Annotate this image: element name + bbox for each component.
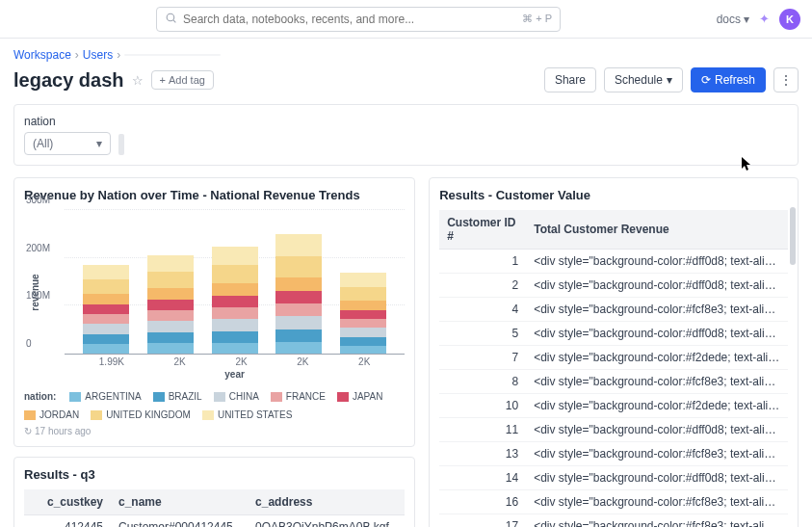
bar-stack[interactable]	[340, 273, 386, 354]
legend-title: nation:	[24, 391, 56, 402]
table-row[interactable]: 1<div style="background-color:#dff0d8; t…	[439, 250, 788, 274]
schedule-button[interactable]: Schedule ▾	[604, 67, 683, 92]
bar-segment	[340, 337, 386, 346]
cell-value: <div style="background-color:#dff0d8; te…	[526, 274, 788, 298]
bar-segment	[340, 287, 386, 301]
cell-id: 14	[439, 466, 526, 490]
cell-value: <div style="background-color:#dff0d8; te…	[526, 418, 788, 442]
chevron-down-icon: ▾	[744, 13, 749, 26]
nation-filter-select[interactable]: (All) ▾	[24, 132, 111, 155]
table-row[interactable]: 7<div style="background-color:#f2dede; t…	[439, 346, 788, 370]
bar-segment	[83, 304, 129, 314]
svg-point-0	[167, 13, 174, 21]
breadcrumb-workspace[interactable]: Workspace	[13, 48, 71, 62]
customer-value-table: Customer ID #Total Customer Revenue 1<di…	[439, 210, 788, 527]
table-row[interactable]: 14<div style="background-color:#dff0d8; …	[439, 466, 788, 490]
table-header[interactable]: c_name	[111, 489, 248, 515]
avatar[interactable]: K	[779, 9, 800, 30]
bar-segment	[83, 334, 129, 344]
bar-segment	[147, 332, 194, 343]
bar-segment	[147, 310, 194, 321]
legend-item[interactable]: ARGENTINA	[69, 391, 141, 402]
chevron-down-icon: ▾	[667, 73, 672, 87]
table-header[interactable]: Customer ID #	[439, 210, 526, 250]
bar-segment	[212, 265, 258, 283]
bar-stack[interactable]	[83, 265, 129, 354]
legend-item[interactable]: JORDAN	[24, 409, 79, 420]
share-button[interactable]: Share	[544, 67, 596, 92]
legend-label: CHINA	[229, 391, 259, 402]
x-tick: 2K	[297, 356, 308, 367]
bar-segment	[212, 296, 258, 307]
bar-segment	[83, 265, 129, 279]
q3-results-panel: Results - q3 c_custkeyc_namec_address 41…	[13, 457, 415, 527]
cell-id: 5	[439, 322, 526, 346]
bar-segment	[147, 300, 194, 310]
bar-segment	[340, 346, 386, 354]
legend-item[interactable]: BRAZIL	[153, 391, 202, 402]
q3-title: Results - q3	[24, 467, 405, 482]
filter-panel: nation (All) ▾	[13, 104, 799, 166]
sparkle-icon[interactable]: ✦	[759, 12, 770, 26]
revenue-chart-panel: Revenue by Nation over Time - National R…	[13, 177, 415, 447]
more-icon: ⋮	[780, 73, 792, 87]
bar-segment	[212, 307, 258, 319]
table-row[interactable]: 13<div style="background-color:#fcf8e3; …	[439, 442, 788, 466]
bar-stack[interactable]	[147, 255, 194, 354]
cell: 412445	[24, 515, 111, 528]
filter-resize-handle[interactable]	[118, 134, 124, 155]
docs-label: docs	[717, 13, 741, 26]
search-box[interactable]: ⌘ + P	[156, 7, 561, 32]
bar-segment	[275, 277, 322, 291]
cell-id: 11	[439, 418, 526, 442]
legend-label: FRANCE	[286, 391, 326, 402]
table-row[interactable]: 5<div style="background-color:#dff0d8; t…	[439, 322, 788, 346]
legend-swatch	[153, 392, 165, 402]
bar-stack[interactable]	[212, 247, 258, 354]
legend-item[interactable]: UNITED KINGDOM	[91, 409, 191, 420]
cell-id: 16	[439, 490, 526, 514]
x-axis-label: year	[65, 369, 405, 380]
bar-stack[interactable]	[275, 234, 322, 354]
bar-segment	[275, 234, 322, 256]
table-header[interactable]: c_custkey	[24, 489, 111, 515]
table-header[interactable]: c_address	[248, 489, 405, 515]
table-row[interactable]: 16<div style="background-color:#fcf8e3; …	[439, 490, 788, 514]
bar-segment	[212, 319, 258, 331]
bar-segment	[83, 279, 129, 294]
more-button[interactable]: ⋮	[773, 67, 799, 92]
bar-segment	[275, 316, 322, 329]
title-row: legacy dash ☆ + Add tag Share Schedule ▾…	[13, 67, 799, 92]
cell-id: 13	[439, 442, 526, 466]
table-header[interactable]: Total Customer Revenue	[526, 210, 788, 250]
table-row[interactable]: 8<div style="background-color:#fcf8e3; t…	[439, 370, 788, 394]
cell-value: <div style="background-color:#fcf8e3; te…	[526, 514, 788, 528]
legend-item[interactable]: JAPAN	[337, 391, 383, 402]
search-input[interactable]	[183, 13, 516, 26]
table-row[interactable]: 10<div style="background-color:#f2dede; …	[439, 394, 788, 418]
breadcrumb-users[interactable]: Users	[83, 48, 113, 62]
chart-legend: nation: ARGENTINABRAZILCHINAFRANCEJAPANJ…	[24, 391, 405, 420]
table-row[interactable]: 4<div style="background-color:#fcf8e3; t…	[439, 298, 788, 322]
cell-id: 2	[439, 274, 526, 298]
legend-item[interactable]: CHINA	[214, 391, 259, 402]
table-row[interactable]: 2<div style="background-color:#dff0d8; t…	[439, 274, 788, 298]
cell-value: <div style="background-color:#fcf8e3; te…	[526, 298, 788, 322]
table-row[interactable]: 11<div style="background-color:#dff0d8; …	[439, 418, 788, 442]
cell-value: <div style="background-color:#f2dede; te…	[526, 346, 788, 370]
table-row[interactable]: 17<div style="background-color:#fcf8e3; …	[439, 514, 788, 528]
table-row[interactable]: 412445Customer#0004124450QAB3OjYnbP6mA0B…	[24, 515, 405, 528]
docs-link[interactable]: docs ▾	[717, 13, 749, 26]
breadcrumb-current	[124, 54, 221, 56]
star-icon[interactable]: ☆	[132, 73, 144, 88]
topbar: ⌘ + P docs ▾ ✦ K	[0, 0, 812, 39]
page-title: legacy dash	[13, 69, 124, 92]
refresh-button[interactable]: ⟳ Refresh	[691, 67, 766, 92]
legend-item[interactable]: UNITED STATES	[202, 409, 292, 420]
x-axis-labels: 1.99K2K2K2K2K	[65, 356, 405, 367]
cell-value: <div style="background-color:#fcf8e3; te…	[526, 490, 788, 514]
add-tag-button[interactable]: + Add tag	[151, 70, 214, 90]
scrollbar[interactable]	[790, 207, 796, 265]
legend-item[interactable]: FRANCE	[271, 391, 326, 402]
x-tick: 2K	[174, 356, 186, 367]
